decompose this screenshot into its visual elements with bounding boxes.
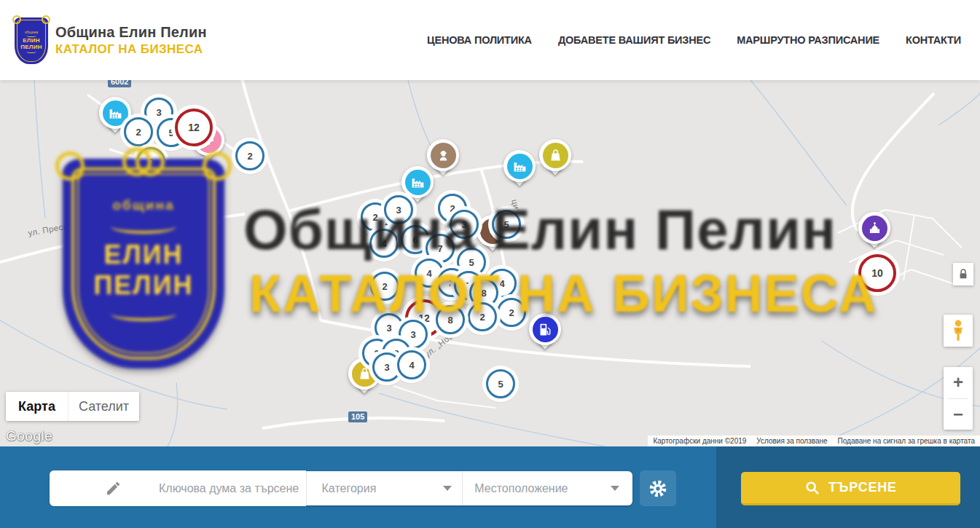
cluster-marker[interactable]: 4 — [369, 229, 399, 258]
bag-icon — [543, 143, 568, 168]
chevron-down-icon — [443, 486, 452, 491]
map-view-button[interactable]: Карта — [6, 392, 68, 421]
search-button-panel: ТЪРСЕНЕ — [716, 446, 980, 528]
cluster-marker[interactable]: 12 — [175, 109, 213, 146]
pencil-icon — [105, 480, 122, 500]
map-canvas[interactable]: 325122223235467542748222128333834510 общ… — [0, 80, 980, 446]
fuel-icon — [533, 317, 558, 342]
map-data-copyright: Картографски данни ©2019 — [653, 437, 746, 445]
satellite-view-button[interactable]: Сателит — [68, 392, 139, 421]
cluster-marker[interactable]: 4 — [397, 350, 426, 379]
main-nav: ЦЕНОВА ПОЛИТИКА ДОБАВЕТЕ ВАШИЯТ БИЗНЕС М… — [427, 34, 961, 46]
cluster-marker[interactable]: 8 — [436, 305, 465, 334]
search-icon — [804, 480, 820, 496]
search-button[interactable]: ТЪРСЕНЕ — [741, 472, 960, 505]
map-type-switcher: Карта Сателит — [6, 392, 139, 421]
nav-price-policy[interactable]: ЦЕНОВА ПОЛИТИКА — [427, 34, 532, 46]
church-pin[interactable] — [858, 212, 890, 244]
location-dropdown[interactable]: Местоположение — [463, 471, 632, 505]
factory-pin[interactable] — [401, 166, 434, 198]
cluster-marker[interactable]: 5 — [486, 369, 515, 398]
lock-icon — [958, 268, 968, 280]
nav-route-schedule[interactable]: МАРШРУТНО РАЗПИСАНИЕ — [737, 34, 879, 46]
category-dropdown[interactable]: Категория — [307, 471, 463, 505]
search-fields: Категория Местоположение — [50, 471, 632, 505]
zoom-out-button[interactable]: − — [944, 399, 973, 430]
factory-icon — [507, 154, 533, 179]
cluster-marker[interactable]: 5 — [492, 210, 521, 239]
terms-link[interactable]: Условия за ползване — [756, 437, 827, 445]
cluster-marker[interactable]: 2 — [497, 298, 526, 327]
cluster-marker[interactable]: 2 — [136, 147, 165, 176]
road-number-badge: 105 — [348, 411, 367, 422]
fuel-pin[interactable] — [529, 313, 561, 345]
lock-button[interactable] — [953, 263, 973, 285]
zoom-in-button[interactable]: + — [944, 367, 973, 398]
cluster-marker[interactable]: 10 — [858, 254, 896, 292]
pegman-button[interactable] — [944, 315, 973, 347]
google-logo[interactable]: Google — [6, 428, 52, 444]
factory-icon — [405, 170, 431, 195]
chevron-down-icon — [611, 486, 619, 491]
worker-icon — [431, 143, 456, 168]
factory-pin[interactable] — [503, 150, 536, 182]
report-error-link[interactable]: Подаване на сигнал за грешка в картата — [838, 437, 975, 445]
factory-icon — [103, 101, 128, 126]
nav-contacts[interactable]: КОНТАКТИ — [906, 34, 961, 46]
cluster-marker[interactable]: 3 — [384, 195, 413, 224]
header: община ЕЛИН ПЕЛИН Община Елин Пелин КАТА… — [0, 0, 980, 80]
settings-button[interactable] — [640, 470, 676, 506]
zoom-control: + − — [944, 367, 973, 430]
cluster-marker[interactable]: 2 — [468, 302, 497, 331]
pegman-icon — [949, 319, 968, 342]
church-icon — [862, 216, 887, 241]
site-name: Община Елин Пелин — [55, 24, 207, 41]
site-logo[interactable]: община ЕЛИН ПЕЛИН Община Елин Пелин КАТА… — [15, 16, 207, 64]
search-bar: ТЪРСЕНЕ Категория Местоположение — [0, 446, 980, 528]
bag-pin[interactable] — [539, 139, 571, 171]
cluster-marker[interactable]: 3 — [450, 210, 479, 239]
nav-add-business[interactable]: ДОБАВЕТЕ ВАШИЯТ БИЗНЕС — [558, 34, 710, 46]
municipality-emblem-icon: община ЕЛИН ПЕЛИН — [15, 17, 48, 64]
cluster-marker[interactable]: 2 — [370, 272, 399, 301]
cluster-marker[interactable]: 2 — [235, 141, 264, 170]
cluster-marker[interactable]: 2 — [124, 117, 153, 146]
keyword-input[interactable] — [50, 470, 306, 506]
site-tagline: КАТАЛОГ НА БИЗНЕСА — [55, 42, 207, 57]
road-number-badge: 6002 — [108, 80, 131, 87]
gear-icon — [648, 479, 667, 498]
map-attribution: Картографски данни ©2019 Условия за полз… — [648, 436, 980, 446]
